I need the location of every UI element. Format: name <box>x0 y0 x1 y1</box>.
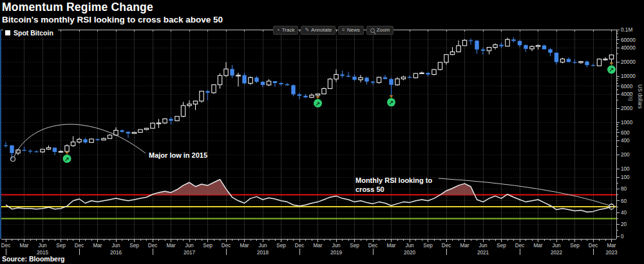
chart-toolbar: + Track ✎ Annotate ≡ News Zoom <box>273 26 393 35</box>
svg-text:Jun: Jun <box>258 243 267 249</box>
zoom-button[interactable]: Zoom <box>366 26 393 35</box>
svg-text:2019: 2019 <box>330 250 343 256</box>
svg-text:600: 600 <box>621 130 630 136</box>
svg-text:80: 80 <box>621 186 627 192</box>
svg-text:Mar: Mar <box>93 243 102 249</box>
svg-text:6000: 6000 <box>621 84 633 90</box>
news-list-icon: ≡ <box>342 28 345 33</box>
series-legend-label: Spot Bitcoin <box>14 29 53 37</box>
svg-text:2017: 2017 <box>184 250 196 256</box>
svg-text:↗: ↗ <box>389 99 394 106</box>
svg-text:Jun: Jun <box>111 243 120 249</box>
svg-text:↗: ↗ <box>316 100 321 107</box>
svg-text:2023: 2023 <box>605 250 618 256</box>
track-crosshair-icon: + <box>277 28 280 33</box>
svg-text:200: 200 <box>621 152 630 158</box>
svg-text:Sep: Sep <box>276 243 286 249</box>
price-axis-scale-label: Log <box>628 92 634 101</box>
svg-text:2016: 2016 <box>110 250 122 256</box>
svg-text:40: 40 <box>621 210 627 216</box>
svg-text:2022: 2022 <box>551 250 563 256</box>
series-swatch-icon <box>5 30 10 35</box>
price-pane[interactable] <box>1 30 616 169</box>
svg-text:Mar: Mar <box>19 243 28 249</box>
svg-text:Sep: Sep <box>423 243 433 249</box>
svg-text:Sep: Sep <box>203 243 213 249</box>
annotate-button-label: Annotate <box>311 28 332 33</box>
svg-text:Mar: Mar <box>313 243 322 249</box>
svg-text:Mar: Mar <box>386 243 395 249</box>
svg-text:Mar: Mar <box>533 243 542 249</box>
svg-text:Mar: Mar <box>460 243 469 249</box>
svg-text:60000: 60000 <box>621 37 636 43</box>
svg-text:400: 400 <box>621 138 630 144</box>
rsi-cross-annotation-text-line2: cross 50 <box>355 185 384 193</box>
svg-text:Jun: Jun <box>478 243 488 249</box>
svg-text:Jun: Jun <box>405 243 414 249</box>
svg-text:100: 100 <box>621 174 630 180</box>
svg-text:10000: 10000 <box>621 73 636 79</box>
svg-text:Sep: Sep <box>570 243 580 249</box>
svg-text:Jun: Jun <box>332 243 341 249</box>
rsi-cross-annotation-text-line1: Monthly RSI looking to <box>355 176 432 184</box>
svg-text:Jun: Jun <box>552 243 561 249</box>
svg-text:Dec: Dec <box>148 243 158 249</box>
svg-text:0.1M: 0.1M <box>621 27 632 33</box>
svg-text:Dec: Dec <box>368 243 378 249</box>
bloomberg-chart-window: Momentum Regime Change Bitcoin's monthly… <box>0 0 644 264</box>
annotate-button[interactable]: ✎ Annotate <box>301 26 336 35</box>
grid-layer <box>1 30 616 239</box>
svg-text:Mar: Mar <box>166 243 175 249</box>
left-edge-accent <box>0 30 1 239</box>
news-button-label: News <box>347 28 360 33</box>
zoom-magnifier-icon <box>370 28 375 33</box>
price-axis-unit-label: US dollars <box>637 84 643 109</box>
svg-text:2021: 2021 <box>477 250 489 256</box>
svg-text:100: 100 <box>621 166 630 172</box>
svg-text:60: 60 <box>621 198 627 204</box>
svg-text:40000: 40000 <box>621 45 636 51</box>
chart-header: Momentum Regime Change Bitcoin's monthly… <box>2 1 223 24</box>
svg-text:↗: ↗ <box>609 66 614 73</box>
svg-text:1000: 1000 <box>621 120 633 126</box>
svg-text:↗: ↗ <box>64 156 70 162</box>
svg-text:Sep: Sep <box>350 243 359 249</box>
svg-text:2000: 2000 <box>621 106 633 111</box>
svg-text:Mar: Mar <box>240 243 249 249</box>
svg-text:Sep: Sep <box>129 243 139 249</box>
zoom-button-label: Zoom <box>377 28 390 33</box>
track-button-label: Track <box>282 28 295 33</box>
svg-text:0: 0 <box>621 234 624 240</box>
svg-text:Dec: Dec <box>75 243 84 249</box>
major-low-annotation-text: Major low in 2015 <box>149 151 207 159</box>
source-note: Source: Bloomberg <box>2 255 64 263</box>
svg-text:Dec: Dec <box>589 243 598 249</box>
series-legend[interactable]: Spot Bitcoin <box>3 28 58 37</box>
chart-title: Momentum Regime Change <box>2 1 223 14</box>
chart-subtitle: Bitcoin's monthly RSI looking to cross b… <box>2 15 223 24</box>
track-button[interactable]: + Track <box>273 26 298 35</box>
svg-text:2020: 2020 <box>404 250 416 256</box>
svg-text:Dec: Dec <box>222 243 231 249</box>
svg-text:Jun: Jun <box>185 243 194 249</box>
svg-text:Sep: Sep <box>56 243 66 249</box>
svg-text:Dec: Dec <box>442 243 451 249</box>
svg-text:Dec: Dec <box>515 243 525 249</box>
svg-text:Mar: Mar <box>607 243 616 249</box>
svg-text:20000: 20000 <box>621 59 636 65</box>
svg-text:Jun: Jun <box>38 243 47 249</box>
svg-text:Dec: Dec <box>1 243 11 249</box>
chart-canvas: 0.1M600004000020000100006000400020001000… <box>0 0 644 264</box>
news-button[interactable]: ≡ News <box>338 26 364 35</box>
svg-text:2018: 2018 <box>257 250 269 256</box>
annotate-pencil-icon: ✎ <box>305 28 309 33</box>
svg-text:Dec: Dec <box>295 243 305 249</box>
svg-text:20: 20 <box>621 222 627 227</box>
svg-text:Sep: Sep <box>497 243 506 249</box>
